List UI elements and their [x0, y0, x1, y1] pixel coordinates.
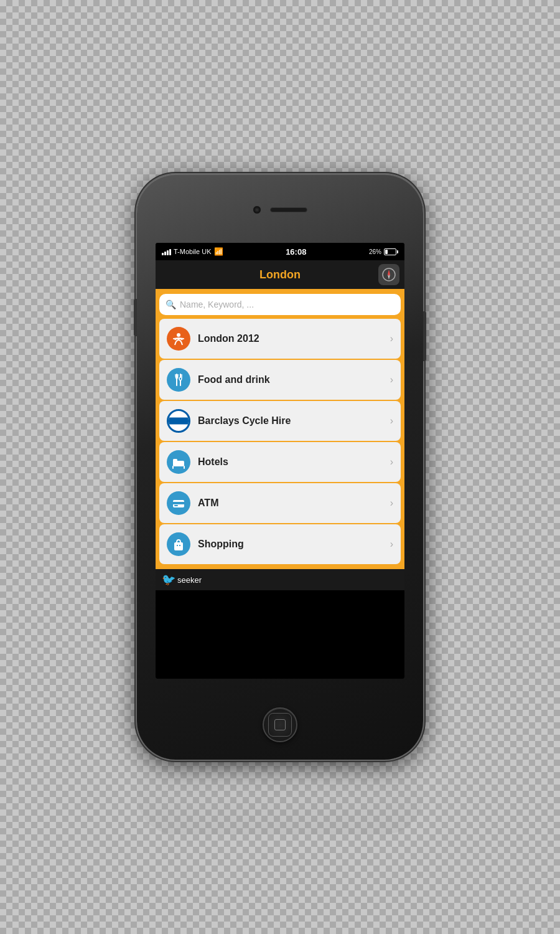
london2012-icon: [167, 327, 190, 351]
atm-icon: [167, 491, 190, 515]
list-item[interactable]: Food and drink ›: [159, 360, 401, 400]
signal-bars: [162, 248, 171, 255]
speaker-grille: [270, 207, 307, 212]
atm-svg: [171, 496, 186, 511]
london2012-svg: [171, 331, 186, 346]
home-button-square: [274, 719, 286, 730]
app-content: 🔍 Name, Keyword, ...: [156, 289, 404, 569]
signal-bar-4: [169, 249, 171, 255]
hotels-chevron: ›: [390, 456, 393, 468]
carrier-name: T-Mobile UK: [174, 248, 212, 255]
hotels-svg: [171, 455, 186, 469]
hotels-label: Hotels: [198, 456, 383, 468]
barclays-chevron: ›: [390, 415, 393, 427]
list-item[interactable]: Barclays Cycle Hire ›: [159, 401, 401, 441]
svg-rect-15: [177, 545, 178, 546]
signal-bar-3: [167, 250, 169, 255]
signal-bar-2: [164, 252, 166, 255]
signal-bar-1: [162, 253, 164, 255]
compass-north: [388, 270, 390, 276]
svg-rect-14: [174, 542, 183, 550]
volume-button[interactable]: [134, 299, 137, 336]
home-button-inner: [268, 713, 292, 737]
barclays-icon: [167, 409, 190, 433]
compass-button[interactable]: [378, 264, 399, 285]
svg-rect-13: [174, 505, 178, 506]
svg-rect-12: [173, 502, 184, 504]
food-icon: [167, 368, 190, 392]
list-item[interactable]: ATM ›: [159, 483, 401, 523]
app-title: London: [259, 268, 301, 281]
search-placeholder: Name, Keyword, ...: [180, 300, 254, 309]
svg-line-2: [174, 338, 179, 339]
battery-icon: [384, 248, 398, 255]
list-item[interactable]: London 2012 ›: [159, 319, 401, 359]
shopping-label: Shopping: [198, 539, 383, 550]
home-button[interactable]: [263, 707, 297, 742]
status-time: 16:08: [286, 247, 306, 257]
svg-rect-8: [173, 459, 177, 462]
shopping-icon: [167, 532, 190, 556]
phone-reflection: [137, 760, 423, 834]
battery-tip: [397, 250, 398, 253]
svg-rect-16: [179, 545, 180, 546]
svg-point-1: [177, 333, 180, 337]
search-bar[interactable]: 🔍 Name, Keyword, ...: [159, 294, 401, 315]
barclays-label: Barclays Cycle Hire: [198, 415, 383, 427]
shopping-chevron: ›: [390, 539, 393, 550]
list-item[interactable]: Hotels ›: [159, 442, 401, 482]
seeker-logo: 🐦 seeker: [162, 573, 202, 587]
food-label: Food and drink: [198, 374, 383, 385]
status-right: 26%: [369, 248, 398, 255]
status-bar: T-Mobile UK 📶 16:08 26%: [156, 243, 404, 260]
phone-body: T-Mobile UK 📶 16:08 26% London: [137, 174, 423, 760]
svg-line-3: [179, 338, 184, 339]
atm-label: ATM: [198, 498, 383, 509]
camera-lens: [253, 205, 261, 214]
search-icon: 🔍: [166, 300, 176, 309]
power-button[interactable]: [423, 311, 426, 361]
london2012-chevron: ›: [390, 333, 393, 344]
app-header: London: [156, 260, 404, 289]
phone-screen: T-Mobile UK 📶 16:08 26% London: [156, 243, 404, 679]
battery-percent: 26%: [369, 248, 381, 255]
list-item[interactable]: Shopping ›: [159, 524, 401, 564]
food-chevron: ›: [390, 374, 393, 385]
status-left: T-Mobile UK 📶: [162, 247, 223, 256]
phone-mockup: T-Mobile UK 📶 16:08 26% London: [131, 162, 429, 772]
compass-icon: [382, 268, 396, 281]
food-svg: [171, 372, 186, 387]
battery-fill: [385, 250, 388, 254]
hotels-icon: [167, 450, 190, 474]
app-footer: 🐦 seeker: [156, 569, 404, 590]
atm-chevron: ›: [390, 498, 393, 509]
london2012-label: London 2012: [198, 333, 383, 344]
seeker-text: seeker: [177, 575, 202, 585]
battery-body: [384, 248, 396, 255]
seeker-bird-icon: 🐦: [162, 573, 175, 587]
phone-top-details: [253, 205, 307, 214]
shopping-svg: [171, 537, 186, 552]
wifi-icon: 📶: [214, 247, 223, 256]
